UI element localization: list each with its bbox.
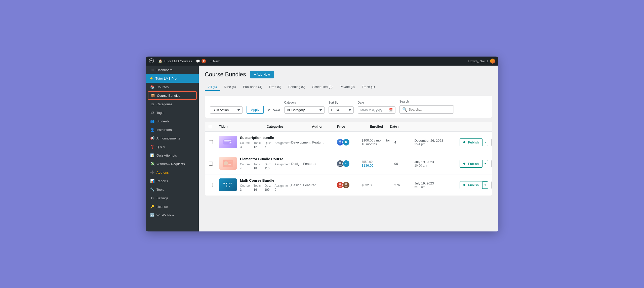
author-avatar-2b: I2 [342,160,350,167]
wp-icon[interactable]: W [149,58,154,64]
sidebar-item-settings[interactable]: ⚙ Settings [146,194,199,202]
tab-all[interactable]: All (4) [205,83,220,91]
publish-button-3[interactable]: Publish [460,181,482,189]
sidebar-item-label: Instructors [156,128,172,132]
date-sort-icon[interactable]: ↕ [398,125,399,128]
row-2-enrolled: 96 [394,162,414,166]
table-row: Subscription bundle Course: 3 Topic: 12 [205,132,492,153]
tools-icon: 🔧 [150,187,154,192]
sidebar-item-dashboard[interactable]: ⊞ Dashboard [146,66,199,74]
tab-published[interactable]: Published (4) [239,83,266,91]
author-avatars-2: I2 [336,160,361,167]
publish-caret-3[interactable]: ▾ [482,181,488,189]
row-2-checkbox[interactable] [209,162,213,166]
sidebar-item-label: Withdraw Requests [156,162,185,166]
reset-icon: ↺ [268,108,271,112]
row-3-checkbox[interactable] [209,183,213,187]
sidebar-item-label: License [156,205,168,209]
category-label: Category [284,101,325,104]
select-all-checkbox[interactable] [209,125,212,128]
sidebar-item-license[interactable]: 🔑 License [146,202,199,211]
row-2-author: I2 [336,160,361,167]
date-input[interactable]: MMMM d, yyyy 📅 [358,106,395,114]
course-title-2[interactable]: Elementor Bundle Course [240,157,291,161]
course-title-3[interactable]: Math Course Bundle [240,178,291,182]
whats-new-icon: 🆕 [150,213,154,217]
publish-button-2[interactable]: Publish [460,160,482,168]
bulk-action-select[interactable]: Bulk Action [210,106,243,114]
row-3-enrolled: 276 [394,183,414,187]
add-new-button[interactable]: + Add New [250,71,274,78]
author-avatars-3 [336,181,361,189]
site-name[interactable]: 🏠 Tutor LMS Courses [158,59,192,63]
sidebar-item-add-ons[interactable]: ➕ Add-ons [146,168,199,177]
row-3-title-cell: MATHS ∑ ∫ π Math Course Bundle Course: [219,178,291,191]
table-header: Title ↕ Categories Author Price Enrolled [205,122,492,132]
sidebar-item-instructors[interactable]: 👤 Instructors [146,125,199,134]
course-meta-3: Course: 3 Topic: 16 Quiz: [240,184,291,191]
new-content-link[interactable]: + New [210,59,220,63]
tab-trash[interactable]: Trash (1) [358,83,378,91]
svg-point-6 [339,140,341,142]
publish-caret-1[interactable]: ▾ [482,139,488,146]
sidebar-item-tools[interactable]: 🔧 Tools [146,185,199,194]
course-title-1[interactable]: Subscription bundle [240,136,291,140]
sidebar-item-tutor-lms[interactable]: ⚡ Tutor LMS Pro [146,74,199,83]
comments-icon-link[interactable]: 💬 0 [196,59,206,63]
tab-draft[interactable]: Draft (0) [266,83,285,91]
announcements-icon: 📢 [150,136,154,140]
sidebar-item-qanda[interactable]: ❓ Q & A [146,142,199,151]
sort-by-select[interactable]: DESC [329,106,354,114]
publish-button-1[interactable]: Publish [460,138,482,146]
tab-scheduled[interactable]: Scheduled (0) [309,83,336,91]
sidebar-item-label: Announcements [156,136,180,140]
course-bundles-icon: 📦 [150,93,155,98]
apply-button[interactable]: Apply [247,106,264,114]
sidebar-item-course-bundles[interactable]: 📦 Course Bundles [148,91,197,100]
quiz-count-1: Quiz: 7 [264,141,271,149]
sidebar: ⊞ Dashboard ⚡ Tutor LMS Pro 📚 Courses 📦 … [146,66,199,231]
th-categories: Categories [267,125,312,128]
sidebar-item-reports[interactable]: 📊 Reports [146,177,199,185]
view-button-3[interactable]: View [491,181,492,189]
course-info-2: Elementor Bundle Course Course: 4 Topic:… [219,157,291,170]
sidebar-item-label: Settings [156,196,168,200]
course-info-1: Subscription bundle Course: 3 Topic: 12 [219,136,291,149]
withdraw-icon: 💸 [150,162,154,166]
view-button-1[interactable]: View [491,138,492,146]
sidebar-item-whats-new[interactable]: 🆕 What's New [146,211,199,219]
row-1-checkbox[interactable] [209,140,213,144]
sort-by-label: Sort By [329,101,354,104]
sidebar-item-tags[interactable]: 🏷 Tags [146,108,199,117]
sidebar-item-students[interactable]: 👥 Students [146,117,199,125]
sidebar-item-quiz-attempts[interactable]: 📝 Quiz Attempts [146,151,199,160]
user-avatar[interactable] [490,59,495,64]
publish-caret-2[interactable]: ▾ [482,160,488,167]
reset-button[interactable]: ↺ Reset [268,107,280,114]
title-sort-icon[interactable]: ↕ [227,125,228,128]
sidebar-item-announcements[interactable]: 📢 Announcements [146,134,199,142]
row-1-enrolled: 4 [394,140,414,144]
view-button-2[interactable]: View [491,160,492,168]
row-1-categories: Development, Featur... [291,140,336,144]
sidebar-item-courses[interactable]: 📚 Courses [146,83,199,91]
course-thumb-2 [219,157,237,170]
sidebar-item-withdraw-requests[interactable]: 💸 Withdraw Requests [146,160,199,168]
tab-mine[interactable]: Mine (4) [220,83,239,91]
tab-pending[interactable]: Pending (0) [285,83,309,91]
publish-btn-group-1: Publish ▾ [460,138,488,146]
course-details-1: Subscription bundle Course: 3 Topic: 12 [240,136,291,149]
course-thumb-image-3: MATHS ∑ ∫ π [219,178,237,191]
category-select[interactable]: All Category [284,106,325,114]
sidebar-item-categories[interactable]: 🗂 Categories [146,100,199,108]
tab-private[interactable]: Private (0) [336,83,358,91]
status-dot-1 [463,141,465,143]
course-thumb-image-2 [219,157,237,170]
search-input[interactable] [409,108,451,111]
students-icon: 👥 [150,119,154,123]
instructors-icon: 👤 [150,127,154,132]
row-1-author: I2 [336,138,361,146]
dashboard-icon: ⊞ [150,68,154,72]
addons-icon: ➕ [150,170,154,175]
row-3-actions: Publish ▾ View [460,181,492,189]
